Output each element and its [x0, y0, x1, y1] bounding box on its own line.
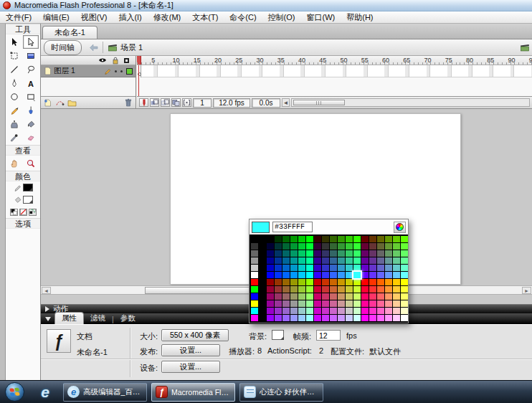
palette-swatch[interactable] [346, 300, 353, 307]
palette-swatch[interactable] [306, 315, 313, 321]
palette-swatch[interactable] [267, 286, 274, 293]
palette-swatch[interactable] [353, 286, 361, 293]
palette-swatch[interactable] [401, 315, 408, 321]
palette-swatch[interactable] [385, 286, 392, 293]
palette-swatch[interactable] [393, 308, 400, 314]
palette-swatch[interactable] [361, 300, 369, 307]
layer-lock-dot[interactable] [120, 70, 123, 72]
taskbar-task-browser[interactable]: e 高级编辑器_百度... [63, 383, 147, 402]
palette-swatch[interactable] [259, 236, 266, 242]
palette-swatch[interactable] [259, 272, 266, 278]
palette-swatch[interactable] [275, 272, 282, 278]
palette-swatch[interactable] [369, 265, 376, 271]
palette-swatch[interactable] [251, 300, 258, 307]
palette-swatch[interactable] [338, 250, 345, 257]
palette-swatch[interactable] [353, 250, 361, 257]
palette-swatch[interactable] [401, 279, 408, 285]
palette-swatch[interactable] [306, 257, 313, 264]
palette-swatch[interactable] [290, 279, 298, 285]
show-hide-layers-icon[interactable] [98, 57, 107, 63]
palette-swatch[interactable] [282, 293, 290, 300]
palette-swatch[interactable] [306, 250, 313, 257]
palette-swatch[interactable] [353, 293, 361, 300]
edit-scene-icon[interactable] [520, 43, 530, 52]
timeline-scrollbar-thumb[interactable] [293, 100, 345, 105]
layer-row[interactable]: 图层 1 [41, 65, 136, 77]
palette-swatch[interactable] [267, 236, 274, 242]
palette-swatch[interactable] [385, 250, 392, 257]
palette-swatch[interactable] [314, 308, 321, 314]
palette-swatch[interactable] [330, 315, 337, 321]
palette-swatch[interactable] [290, 308, 298, 314]
palette-swatch[interactable] [361, 236, 369, 242]
palette-swatch[interactable] [251, 286, 258, 293]
palette-swatch[interactable] [346, 279, 353, 285]
palette-swatch[interactable] [298, 236, 305, 242]
palette-swatch[interactable] [361, 272, 369, 278]
layer-frames-row[interactable] [137, 65, 532, 77]
palette-swatch[interactable] [290, 293, 298, 300]
palette-swatch[interactable] [282, 279, 290, 285]
palette-swatch[interactable] [361, 279, 369, 285]
palette-swatch[interactable] [393, 236, 400, 242]
palette-swatch[interactable] [346, 286, 353, 293]
stage-scroll-right-arrow[interactable]: ► [522, 287, 531, 294]
palette-swatch[interactable] [377, 279, 384, 285]
fill-color-swatch[interactable] [23, 196, 33, 204]
palette-swatch[interactable] [282, 308, 290, 314]
palette-swatch[interactable] [314, 257, 321, 264]
palette-swatch[interactable] [298, 272, 305, 278]
color-wheel-button[interactable] [394, 222, 406, 233]
palette-swatch[interactable] [290, 315, 298, 321]
tab-properties[interactable]: 属性 [54, 312, 84, 324]
palette-swatch[interactable] [401, 300, 408, 307]
palette-swatch[interactable] [346, 315, 353, 321]
palette-swatch[interactable] [298, 300, 305, 307]
palette-swatch[interactable] [290, 250, 298, 257]
palette-swatch[interactable] [393, 286, 400, 293]
palette-swatch[interactable] [251, 279, 258, 285]
palette-swatch[interactable] [353, 257, 361, 264]
tab-parameters[interactable]: 参数 [114, 313, 142, 324]
palette-swatch[interactable] [330, 286, 337, 293]
palette-swatch[interactable] [401, 257, 408, 264]
palette-swatch[interactable] [282, 286, 290, 293]
palette-swatch[interactable] [298, 279, 305, 285]
palette-swatch[interactable] [282, 250, 290, 257]
palette-swatch[interactable] [282, 300, 290, 307]
palette-swatch[interactable] [282, 265, 290, 271]
palette-swatch[interactable] [377, 315, 384, 321]
tool-free-transform[interactable] [6, 49, 22, 62]
palette-swatch[interactable] [401, 308, 408, 314]
tool-brush[interactable] [23, 103, 39, 117]
palette-swatch[interactable] [251, 243, 258, 250]
palette-swatch[interactable] [346, 243, 353, 250]
palette-swatch[interactable] [259, 257, 266, 264]
palette-swatch[interactable] [251, 308, 258, 314]
edit-multiple-frames-icon[interactable] [171, 98, 181, 107]
menu-window[interactable]: 窗口(W) [301, 11, 341, 24]
tool-hand[interactable] [6, 156, 22, 170]
palette-swatch[interactable] [346, 272, 353, 278]
palette-swatch[interactable] [322, 243, 329, 250]
palette-swatch[interactable] [385, 315, 392, 321]
palette-swatch[interactable] [298, 286, 305, 293]
tool-pencil[interactable] [6, 103, 22, 117]
palette-swatch[interactable] [267, 250, 274, 257]
palette-swatch[interactable] [298, 315, 305, 321]
menu-file[interactable]: 文件(F) [0, 11, 37, 24]
palette-swatch[interactable] [353, 300, 361, 307]
palette-swatch[interactable] [322, 300, 329, 307]
palette-swatch[interactable] [361, 293, 369, 300]
timeline-scrollbar[interactable] [291, 98, 530, 107]
palette-swatch[interactable] [282, 257, 290, 264]
palette-swatch[interactable] [369, 236, 376, 242]
palette-swatch[interactable] [275, 315, 282, 321]
insert-layer-icon[interactable] [44, 98, 52, 107]
onion-skin-outlines-icon[interactable] [161, 98, 170, 107]
palette-swatch[interactable] [385, 308, 392, 314]
palette-swatch[interactable] [377, 265, 384, 271]
palette-swatch[interactable] [267, 300, 274, 307]
palette-swatch[interactable] [298, 293, 305, 300]
layer-visibility-dot[interactable] [115, 70, 117, 72]
